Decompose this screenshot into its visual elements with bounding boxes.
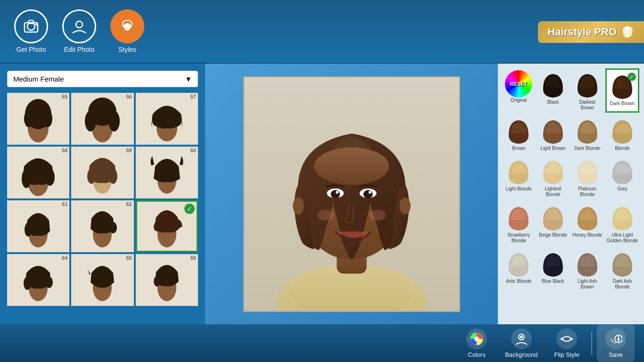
edit-photo-label: Edit Photo bbox=[64, 46, 95, 53]
style-category-dropdown[interactable]: Medium Female ▼ bbox=[7, 71, 198, 87]
style-number-64: 64 bbox=[62, 255, 67, 261]
style-thumb-58 bbox=[7, 147, 69, 198]
flip-style-button[interactable]: Flip Style bbox=[547, 325, 586, 362]
color-name-blonde: Blonde bbox=[615, 146, 629, 151]
color-item-dark-brown[interactable]: ✓ Dark Brown bbox=[605, 68, 639, 113]
nav-get-photo[interactable]: Get Photo bbox=[14, 9, 48, 53]
color-item-grey[interactable]: Grey bbox=[605, 155, 639, 199]
style-thumb-59 bbox=[71, 147, 133, 198]
color-name-grey: Grey bbox=[617, 186, 627, 192]
color-item-black[interactable]: Black bbox=[537, 68, 570, 113]
style-item-62[interactable]: 62 bbox=[71, 200, 133, 252]
svg-point-26 bbox=[87, 169, 96, 184]
app-header: Get Photo Edit Photo Styles bbox=[0, 0, 644, 64]
color-item-darkest-brown[interactable]: Darkest Brown bbox=[571, 68, 603, 113]
svg-point-4 bbox=[76, 21, 83, 28]
style-thumb-55 bbox=[7, 93, 69, 145]
style-number-55: 55 bbox=[62, 94, 67, 99]
style-thumb-65 bbox=[71, 254, 133, 306]
style-number-59: 59 bbox=[126, 148, 132, 153]
style-item-56[interactable]: 56 bbox=[71, 93, 133, 145]
style-number-57: 57 bbox=[190, 94, 196, 99]
color-name-dark-brown: Dark Brown bbox=[610, 101, 635, 107]
styles-icon bbox=[110, 9, 144, 43]
logo-area: Hairstyle PRO bbox=[503, 0, 644, 64]
selected-check-icon: ✓ bbox=[184, 204, 195, 214]
style-item-57[interactable]: 57 bbox=[136, 93, 198, 145]
app-logo: Hairstyle PRO bbox=[538, 21, 644, 43]
save-button[interactable]: Save bbox=[597, 325, 635, 362]
color-item-dark-ash-blonde[interactable]: Dark Ash Blonde bbox=[605, 247, 639, 292]
color-name-brown: Brown bbox=[512, 146, 525, 151]
color-item-dark-blonde[interactable]: Dark Blonde bbox=[571, 115, 603, 153]
color-item-honey-blonde[interactable]: Honey Blonde bbox=[571, 201, 603, 246]
color-item-light-brown[interactable]: Light Brown bbox=[537, 115, 570, 153]
get-photo-label: Get Photo bbox=[16, 46, 46, 53]
nav-styles[interactable]: Styles bbox=[110, 9, 144, 53]
edit-photo-icon bbox=[62, 9, 96, 43]
color-item-blonde[interactable]: Blonde bbox=[605, 115, 639, 153]
photo-panel bbox=[205, 64, 498, 324]
background-button[interactable]: Background bbox=[498, 325, 545, 362]
color-item-strawberry-blonde[interactable]: Strawberry Blonde bbox=[503, 201, 535, 246]
nav-edit-photo[interactable]: Edit Photo bbox=[62, 9, 96, 53]
style-thumb-57 bbox=[136, 93, 198, 145]
colors-icon bbox=[466, 329, 487, 349]
color-item-brown[interactable]: Brown bbox=[503, 115, 535, 153]
color-item-original[interactable]: RESET Original bbox=[503, 68, 535, 113]
get-photo-icon bbox=[14, 9, 48, 43]
svg-marker-69 bbox=[560, 337, 563, 341]
svg-point-63 bbox=[399, 197, 411, 214]
color-panel: RESET Original Black bbox=[498, 64, 644, 324]
color-name-lightest-blonde: Lightest Blonde bbox=[538, 186, 569, 197]
color-name-honey-blonde: Honey Blonde bbox=[572, 232, 602, 238]
svg-rect-6 bbox=[626, 26, 629, 31]
style-item-65[interactable]: 65 bbox=[71, 254, 133, 306]
svg-point-32 bbox=[25, 222, 32, 237]
svg-point-55 bbox=[330, 190, 340, 198]
svg-point-42 bbox=[45, 277, 53, 288]
style-item-66[interactable]: 66 bbox=[136, 254, 198, 306]
color-item-light-blonde[interactable]: Light Blonde bbox=[503, 155, 535, 199]
style-item-58[interactable]: 58 bbox=[7, 147, 69, 198]
style-thumb-61 bbox=[7, 200, 69, 252]
main-content: Medium Female ▼ 55 bbox=[0, 64, 644, 324]
color-name-platinum-blonde: Platinum Blonde bbox=[572, 186, 603, 197]
style-item-55[interactable]: 55 bbox=[7, 93, 69, 145]
color-item-platinum-blonde[interactable]: Platinum Blonde bbox=[571, 155, 603, 199]
color-item-light-ash-brown[interactable]: Light Ash Brown bbox=[571, 247, 603, 292]
color-name-darkest-brown: Darkest Brown bbox=[572, 99, 603, 111]
flip-style-icon bbox=[556, 329, 577, 349]
color-item-artic-blonde[interactable]: Artic Blonde bbox=[503, 247, 535, 292]
color-grid: RESET Original Black bbox=[503, 68, 639, 292]
colors-button[interactable]: Colors bbox=[458, 325, 495, 362]
color-item-beige-blonde[interactable]: Beige Blonde bbox=[537, 201, 570, 246]
style-item-61[interactable]: 61 bbox=[7, 200, 69, 252]
style-number-60: 60 bbox=[190, 148, 196, 153]
style-item-59[interactable]: 59 bbox=[71, 147, 133, 198]
styles-label: Styles bbox=[118, 46, 136, 53]
style-item-64[interactable]: 64 bbox=[7, 254, 69, 306]
style-thumb-64 bbox=[7, 254, 69, 306]
style-item-63[interactable]: ✓ bbox=[136, 200, 198, 252]
style-thumb-56 bbox=[71, 93, 133, 145]
flip-style-label: Flip Style bbox=[554, 351, 579, 358]
svg-point-57 bbox=[363, 190, 372, 198]
svg-point-11 bbox=[24, 110, 33, 127]
style-item-60[interactable]: 60 bbox=[136, 147, 198, 198]
svg-point-3 bbox=[35, 24, 37, 25]
svg-point-41 bbox=[24, 277, 31, 290]
color-item-lightest-blonde[interactable]: Lightest Blonde bbox=[537, 155, 570, 199]
style-number-66: 66 bbox=[190, 255, 196, 261]
dropdown-arrow-icon: ▼ bbox=[185, 75, 192, 83]
style-number-56: 56 bbox=[126, 94, 132, 99]
nav-bar: Get Photo Edit Photo Styles bbox=[14, 9, 144, 53]
color-item-ultra-light-golden[interactable]: Ultra Light Golden Blonde bbox=[605, 201, 639, 246]
svg-point-12 bbox=[43, 110, 52, 127]
style-number-65: 65 bbox=[126, 255, 132, 261]
svg-point-62 bbox=[293, 197, 304, 214]
dropdown-value: Medium Female bbox=[13, 75, 64, 83]
color-item-blue-black[interactable]: Blue Black bbox=[537, 247, 570, 292]
photo-svg bbox=[244, 76, 459, 312]
background-icon bbox=[511, 329, 532, 349]
